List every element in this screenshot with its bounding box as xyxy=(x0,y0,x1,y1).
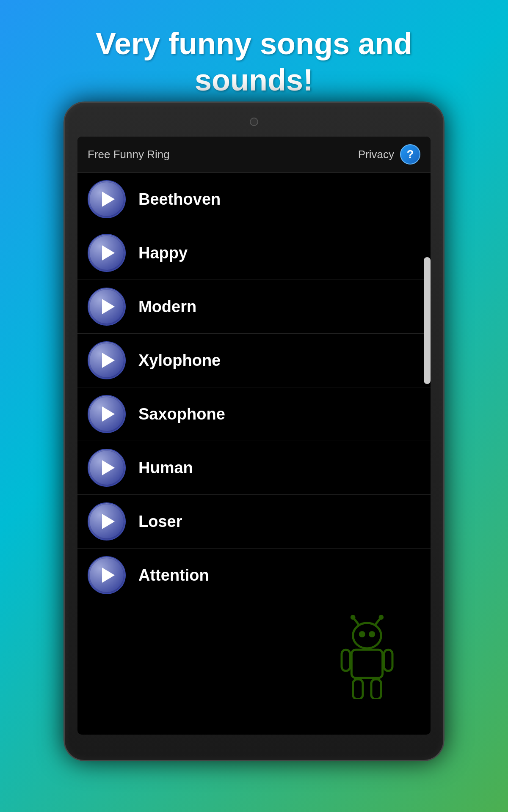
item-label-1: Beethoven xyxy=(138,190,221,208)
play-button-5[interactable] xyxy=(88,395,126,433)
svg-point-4 xyxy=(380,616,383,619)
svg-rect-7 xyxy=(351,650,382,678)
svg-point-5 xyxy=(360,632,364,636)
list-item[interactable]: Happy xyxy=(77,226,431,280)
header-section: Very funny songs and sounds! xyxy=(0,0,508,115)
android-logo xyxy=(329,614,405,701)
play-button-3[interactable] xyxy=(88,288,126,326)
svg-point-6 xyxy=(370,632,374,636)
play-icon-3 xyxy=(102,299,115,314)
play-icon-4 xyxy=(102,353,115,368)
tablet-device: Free Funny Ring Privacy ? Beethoven Happ… xyxy=(64,102,444,761)
play-icon-8 xyxy=(102,568,115,583)
list-item[interactable]: Loser xyxy=(77,495,431,549)
item-label-3: Modern xyxy=(138,298,196,316)
play-button-1[interactable] xyxy=(88,180,126,218)
page-title: Very funny songs and sounds! xyxy=(0,0,508,115)
play-icon-2 xyxy=(102,245,115,261)
item-label-4: Xylophone xyxy=(138,351,221,370)
play-button-2[interactable] xyxy=(88,234,126,272)
play-icon-7 xyxy=(102,514,115,529)
play-button-6[interactable] xyxy=(88,449,126,487)
svg-rect-10 xyxy=(353,679,363,699)
help-button[interactable]: ? xyxy=(400,144,420,165)
play-icon-5 xyxy=(102,406,115,422)
list-item[interactable]: Human xyxy=(77,441,431,495)
svg-rect-9 xyxy=(384,650,392,671)
play-button-4[interactable] xyxy=(88,341,126,379)
list-item[interactable]: Saxophone xyxy=(77,387,431,441)
tablet-screen: Free Funny Ring Privacy ? Beethoven Happ… xyxy=(77,137,431,735)
tablet-camera xyxy=(250,118,258,126)
item-label-7: Loser xyxy=(138,513,182,531)
svg-rect-11 xyxy=(371,679,381,699)
scrollbar[interactable] xyxy=(424,257,431,384)
play-button-7[interactable] xyxy=(88,502,126,540)
privacy-label: Privacy xyxy=(358,148,394,161)
play-button-8[interactable] xyxy=(88,556,126,594)
play-icon-1 xyxy=(102,192,115,207)
list-item[interactable]: Attention xyxy=(77,549,431,602)
list-item[interactable]: Modern xyxy=(77,280,431,334)
app-header: Free Funny Ring Privacy ? xyxy=(77,137,431,173)
tablet-body: Free Funny Ring Privacy ? Beethoven Happ… xyxy=(64,102,444,761)
svg-point-2 xyxy=(351,616,354,619)
svg-point-0 xyxy=(353,623,381,648)
app-title: Free Funny Ring xyxy=(88,148,170,161)
item-label-8: Attention xyxy=(138,566,209,584)
item-label-2: Happy xyxy=(138,244,188,262)
play-icon-6 xyxy=(102,460,115,475)
app-header-right: Privacy ? xyxy=(358,144,420,165)
item-label-6: Human xyxy=(138,459,193,477)
list-item[interactable]: Xylophone xyxy=(77,334,431,387)
svg-rect-8 xyxy=(342,650,350,671)
item-label-5: Saxophone xyxy=(138,405,225,423)
list-item[interactable]: Beethoven xyxy=(77,173,431,226)
